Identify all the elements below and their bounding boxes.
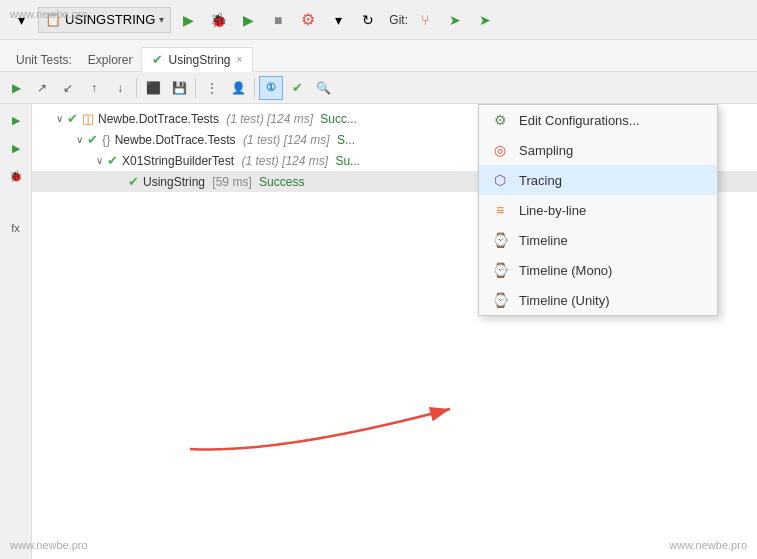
sidebar-fx-icon: fx [11,222,20,234]
config-dropdown[interactable]: 📋 USINGSTRING ▾ [38,7,171,33]
menu-item-tracing[interactable]: ⬡ Tracing [479,165,717,195]
test-meta: (1 test) [124 ms] [240,133,330,147]
more-icon: ⋮ [206,81,218,95]
sidebar-fx-btn[interactable]: fx [4,216,28,240]
status-icon: ✔ [107,153,118,168]
git-push-button[interactable]: ➤ [442,7,468,33]
git-push-icon: ➤ [449,12,461,28]
test-meta: [59 ms] [209,175,252,189]
sampling-icon: ◎ [491,141,509,159]
test-status: Success [256,175,305,189]
menu-label: Edit Configurations... [519,113,640,128]
more-btn[interactable]: ⋮ [200,76,224,100]
tab-close-button[interactable]: × [237,54,243,65]
git-label: Git: [389,13,408,27]
search-btn[interactable]: 🔍 [311,76,335,100]
menu-item-timeline[interactable]: ⌚ Timeline [479,225,717,255]
test-name: UsingString [143,175,205,189]
run-button[interactable]: ▶ [175,7,201,33]
profile-icon: ⚙ [301,10,315,29]
git-fetch-icon: ➤ [479,12,491,28]
mono-icon: ⌚ [491,261,509,279]
menu-item-mono[interactable]: ⌚ Timeline (Mono) [479,255,717,285]
small-dropdown-btn[interactable]: ▾ [8,7,34,33]
check-icon: ✔ [292,80,303,95]
profile-chevron-icon: ▾ [335,12,342,28]
user-icon: 👤 [231,81,246,95]
test-status: S... [334,133,355,147]
menu-label: Timeline (Mono) [519,263,612,278]
config-icon: 📋 [45,12,61,27]
debug-button[interactable]: 🐞 [205,7,231,33]
menu-label: Timeline [519,233,568,248]
stop-button[interactable]: ■ [265,7,291,33]
up-btn[interactable]: ↑ [82,76,106,100]
explorer-tab[interactable]: Explorer [80,49,141,71]
run2-button[interactable]: ▶ [235,7,261,33]
config-chevron-icon: ▾ [159,14,164,25]
tab-check-icon: ✔ [152,52,163,67]
down-icon: ↓ [117,81,123,95]
collapse-btn[interactable]: ↙ [56,76,80,100]
check-btn[interactable]: ✔ [285,76,309,100]
save-icon: 💾 [172,81,187,95]
git-fetch-button[interactable]: ➤ [472,7,498,33]
counter-btn[interactable]: ① [259,76,283,100]
test-meta: (1 test) [124 ms] [238,154,328,168]
menu-label: Timeline (Unity) [519,293,610,308]
toolbar2-separator2 [195,78,196,98]
toolbar2-separator1 [136,78,137,98]
play-small-icon: ▶ [12,81,21,95]
sidebar-play2-icon: ▶ [12,142,20,155]
save-btn[interactable]: 💾 [167,76,191,100]
git-branch-button[interactable]: ⑂ [412,7,438,33]
sidebar-debug-btn[interactable]: 🐞 [4,164,28,188]
stop-icon: ■ [274,12,282,28]
unit-tests-label: Unit Tests: [8,49,80,71]
sidebar-debug-icon: 🐞 [9,170,23,183]
down-btn[interactable]: ↓ [108,76,132,100]
using-string-tab-label: UsingString [169,53,231,67]
secondary-toolbar: ▶ ↗ ↙ ↑ ↓ ⬛ 💾 ⋮ 👤 ① ✔ [0,72,757,104]
main-container: ▾ 📋 USINGSTRING ▾ ▶ 🐞 ▶ ■ ⚙ ▾ [0,0,757,559]
tabs-row: Unit Tests: Explorer ✔ UsingString × [0,40,757,72]
play-small-btn[interactable]: ▶ [4,76,28,100]
user-btn[interactable]: 👤 [226,76,250,100]
expand-arrow-icon[interactable]: ∨ [56,113,63,124]
menu-item-sampling[interactable]: ◎ Sampling [479,135,717,165]
using-string-tab[interactable]: ✔ UsingString × [141,47,254,72]
menu-item-edit-config[interactable]: ⚙ Edit Configurations... [479,105,717,135]
test-meta: (1 test) [124 ms] [223,112,313,126]
unity-icon: ⌚ [491,291,509,309]
git-section: Git: ⑂ ➤ ➤ [389,7,498,33]
timeline-icon: ⌚ [491,231,509,249]
content-area: ▶ ▶ 🐞 fx ∨ ✔ ◫ Newbe.DotTrace.Tests [0,104,757,559]
profile-dropdown[interactable]: ⚙ [295,7,321,33]
test-status: Succ... [317,112,357,126]
profile-dropdown-menu: ⚙ Edit Configurations... ◎ Sampling ⬡ Tr… [478,104,718,316]
main-toolbar: ▾ 📋 USINGSTRING ▾ ▶ 🐞 ▶ ■ ⚙ ▾ [0,0,757,40]
search-icon: 🔍 [316,81,331,95]
expand-btn[interactable]: ↗ [30,76,54,100]
grid-icon: ⬛ [146,81,161,95]
status-icon: ✔ [67,111,78,126]
lineby-icon: ≡ [491,201,509,219]
profile-chevron-btn[interactable]: ▾ [325,7,351,33]
status-icon: ✔ [128,174,139,189]
left-sidebar: ▶ ▶ 🐞 fx [0,104,32,559]
menu-label: Line-by-line [519,203,586,218]
sidebar-play-icon: ▶ [12,114,20,127]
grid-btn[interactable]: ⬛ [141,76,165,100]
menu-item-lineby[interactable]: ≡ Line-by-line [479,195,717,225]
test-name: X01StringBuilderTest [122,154,234,168]
toolbar2-separator3 [254,78,255,98]
refresh-button[interactable]: ↻ [355,7,381,33]
git-branch-icon: ⑂ [421,12,429,28]
sidebar-play2-btn[interactable]: ▶ [4,136,28,160]
expand-arrow-icon[interactable]: ∨ [96,155,103,166]
test-name: Newbe.DotTrace.Tests [98,112,219,126]
expand-arrow-icon[interactable]: ∨ [76,134,83,145]
menu-item-unity[interactable]: ⌚ Timeline (Unity) [479,285,717,315]
code-icon: {} [102,132,111,147]
sidebar-play-btn[interactable]: ▶ [4,108,28,132]
